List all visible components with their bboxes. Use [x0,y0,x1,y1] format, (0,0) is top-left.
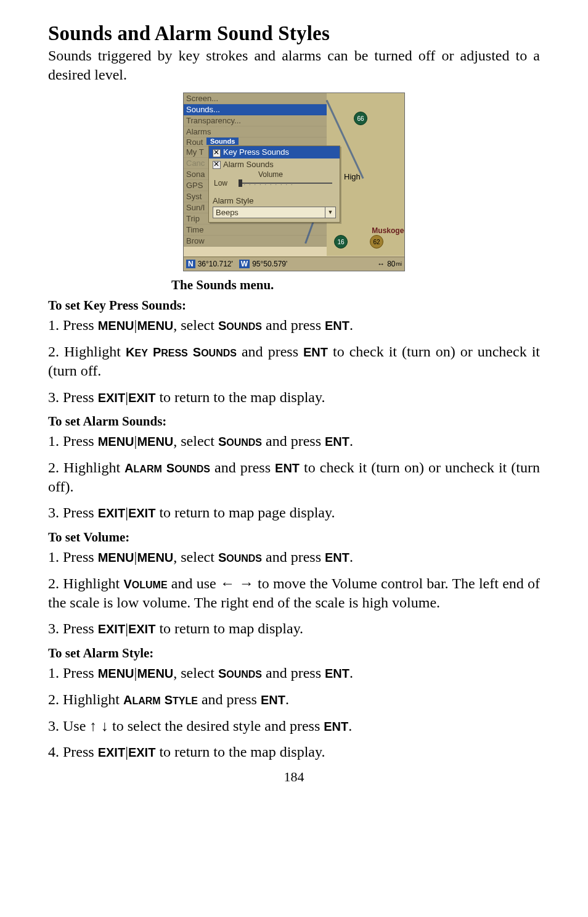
menu-item-screen[interactable]: Screen... [184,93,327,104]
menu-item-route[interactable]: Rout [184,138,203,147]
checkbox-checked-icon[interactable] [213,161,221,169]
instruction-step: 3. Use ↑ ↓ to select the desired style a… [48,717,540,736]
range-unit: mi [396,261,402,267]
command-key: ENT [325,551,349,564]
command-smallcaps: KEY [126,345,148,359]
command-smallcaps: ALARM [123,693,161,707]
command-smallcaps: PRESS [153,345,188,359]
command-key: MENU [137,319,173,332]
range-value: 80 [387,260,395,268]
popup-title: Sounds [206,138,239,145]
command-smallcaps: SOUNDS [166,461,210,475]
command-key: ENT [324,720,348,733]
volume-low-label: Low [214,179,227,187]
instruction-step: 3. Press EXIT|EXIT to return to the map … [48,388,540,407]
command-key: ENT [325,667,349,680]
section-heading: To set Key Press Sounds: [48,298,540,313]
command-key: ENT [261,693,285,707]
command-key: EXIT [98,506,125,520]
command-key: MENU [98,435,134,448]
slider-ticks: ··········· [239,181,332,187]
option-label: Key Press Sounds [223,147,289,157]
figure-caption: The Sounds menu. [171,278,540,293]
command-smallcaps: SOUNDS [218,319,262,332]
pan-arrow-icon: ↔ [377,260,385,268]
command-smallcaps: SOUNDS [218,667,262,680]
command-key: EXIT [98,391,125,405]
command-key: ENT [325,435,349,448]
menu-item-timers[interactable]: Time [184,224,327,236]
instruction-step: 1. Press MENU|MENU, select SOUNDS and pr… [48,432,540,451]
command-smallcaps: STYLE [165,693,198,707]
command-key: MENU [98,319,134,332]
command-key: EXIT [98,622,125,636]
hwy-shield-62-icon: 62 [370,235,383,249]
command-key: MENU [137,667,173,680]
command-key: MENU [98,551,134,564]
instruction-step: 1. Press MENU|MENU, select SOUNDS and pr… [48,664,540,683]
city-label-muskogee: Muskogee [372,226,405,235]
command-smallcaps: SOUNDS [218,435,262,448]
menu-item-transparency[interactable]: Transparency... [184,115,327,126]
arrow-keys-icon: ← → [220,575,254,591]
instruction-step: 3. Press EXIT|EXIT to return to map page… [48,503,540,522]
command-key: ENT [275,461,300,475]
intro-text: Sounds triggered by key strokes and alar… [48,46,540,84]
alarm-style-section: Alarm Style Beeps ▼ [209,195,340,222]
volume-high-label: High [344,172,361,181]
command-key: EXIT [128,506,155,520]
command-key: EXIT [128,391,155,405]
checkbox-checked-icon[interactable] [213,149,221,157]
section-heading: To set Alarm Style: [48,646,540,661]
menu-item-alarms[interactable]: Alarms [184,126,327,138]
command-key: ENT [325,319,349,332]
dropdown-value: Beeps [216,208,239,217]
command-key: MENU [98,667,134,680]
command-smallcaps: ALARM [125,461,162,475]
command-smallcaps: VOLUME [123,577,167,591]
instruction-step: 2. Highlight VOLUME and use ← → to move … [48,574,540,612]
hwy-shield-66-icon: 66 [354,112,367,125]
chevron-down-icon[interactable]: ▼ [325,207,335,218]
volume-label: Volume [258,170,283,179]
page-title: Sounds and Alarm Sound Styles [48,22,540,45]
alarm-style-label: Alarm Style [213,196,336,205]
sounds-popup: Sounds Key Press Sounds Alarm Sounds Vol… [208,146,340,222]
instruction-step: 2. Highlight KEY PRESS SOUNDS and press … [48,342,540,380]
ns-indicator: N [186,260,195,268]
longitude-value: 95°50.579' [252,260,287,268]
status-bar: N 36°10.712' W 95°50.579' ↔ 80 mi [184,257,404,271]
option-key-press-sounds[interactable]: Key Press Sounds [209,146,340,158]
instruction-step: 2. Highlight ALARM STYLE and press ENT. [48,690,540,709]
instruction-step: 3. Press EXIT|EXIT to return to map disp… [48,619,540,638]
menu-item-sounds[interactable]: Sounds... [184,104,327,115]
command-key: EXIT [98,746,125,759]
option-alarm-sounds[interactable]: Alarm Sounds [209,158,340,170]
command-key: MENU [137,551,173,564]
instruction-step: 2. Highlight ALARM SOUNDS and press ENT … [48,458,540,496]
figure-sounds-menu: Screen... Sounds... Transparency... Alar… [48,93,540,293]
command-key: EXIT [128,622,155,636]
screenshot-sounds-menu: Screen... Sounds... Transparency... Alar… [183,93,405,271]
section-heading: To set Volume: [48,530,540,545]
page-number: 184 [48,769,540,785]
instruction-step: 1. Press MENU|MENU, select SOUNDS and pr… [48,548,540,567]
command-smallcaps: SOUNDS [193,345,237,359]
command-key: EXIT [128,746,155,759]
latitude-value: 36°10.712' [198,260,233,268]
option-label: Alarm Sounds [223,160,274,169]
section-heading: To set Alarm Sounds: [48,414,540,429]
instruction-step: 4. Press EXIT|EXIT to return to the map … [48,742,540,762]
volume-slider[interactable]: Volume Low ··········· [209,170,340,195]
alarm-style-dropdown[interactable]: Beeps ▼ [213,207,336,218]
command-key: ENT [303,345,328,359]
slider-knob-icon[interactable] [239,179,242,187]
ew-indicator: W [239,260,250,268]
command-key: MENU [137,435,173,448]
instruction-step: 1. Press MENU|MENU, select SOUNDS and pr… [48,316,540,335]
command-smallcaps: SOUNDS [218,551,262,564]
arrow-keys-icon: ↑ ↓ [89,717,108,734]
hwy-shield-16-icon: 16 [334,235,348,249]
